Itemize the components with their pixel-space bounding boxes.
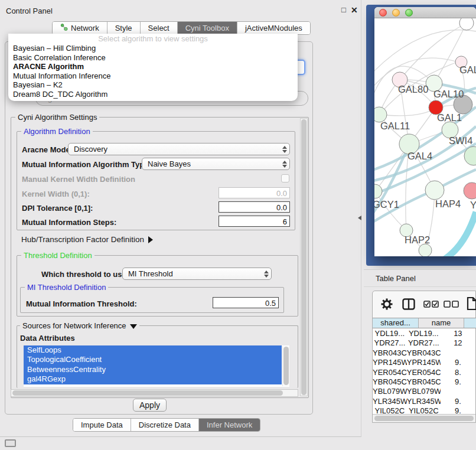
- algorithm-definition-legend: Algorithm Definition: [21, 127, 93, 136]
- unchecked-pair-icon[interactable]: [444, 301, 459, 308]
- table-row[interactable]: YBR043CYBR043C: [373, 348, 475, 358]
- attribute-item-betweennesscentrality[interactable]: BetweennessCentrality: [24, 365, 282, 374]
- network-view-window[interactable]: GALGAL80GAL10GAL1GAL11SWI4GAL4GCY1HAP4YH…: [374, 7, 476, 256]
- scrollbar-thumb[interactable]: [283, 347, 289, 385]
- table-cell: 12: [441, 338, 475, 348]
- table-row[interactable]: YPR145WYPR145W9.: [373, 358, 475, 367]
- kernel-width-field[interactable]: 0.0: [219, 187, 290, 198]
- scrollbar-thumb[interactable]: [374, 416, 474, 421]
- dropdown-item-mutual-information-inference[interactable]: Mutual Information Inference: [8, 71, 298, 81]
- sources-legend-label: Sources for Network Inference: [22, 321, 126, 330]
- checked-pair-icon[interactable]: [423, 301, 439, 308]
- data-attributes-list[interactable]: SelfLoopsTopologicalCoefficientBetweenne…: [24, 345, 289, 387]
- table-cell: [441, 387, 475, 396]
- attributes-scrollbar[interactable]: [282, 346, 289, 386]
- table-cell: YBR045C: [373, 377, 407, 387]
- aracne-mode-value: Discovery: [69, 145, 280, 154]
- which-threshold-combo[interactable]: MI Threshold: [122, 268, 272, 280]
- table-row[interactable]: YIL052CYIL052C9.: [373, 406, 475, 414]
- minimize-traffic-light-icon[interactable]: [392, 9, 400, 17]
- table-cell: 9.: [441, 377, 475, 387]
- dropdown-item-bayesian-k2[interactable]: Bayesian – K2: [8, 80, 298, 90]
- table-row[interactable]: YLR345WYLR345W9.: [373, 397, 475, 406]
- network-node[interactable]: [419, 244, 432, 256]
- network-desktop: GALGAL80GAL10GAL1GAL11SWI4GAL4GCY1HAP4YH…: [366, 5, 476, 266]
- aracne-mode-combo[interactable]: Discovery: [68, 143, 290, 155]
- column-header-a[interactable]: A: [464, 318, 476, 328]
- mi-steps-label: Mutual Information Steps:: [22, 218, 116, 227]
- node-label: GCY1: [374, 199, 399, 210]
- column-icon[interactable]: [402, 298, 415, 310]
- tab-infer-network[interactable]: Infer Network: [198, 419, 260, 431]
- dropdown-item-dream8-dc-tdc-algorithm[interactable]: Dream8 DC_TDC Algorithm: [8, 90, 298, 99]
- manual-kernel-checkbox[interactable]: [281, 174, 289, 182]
- dropdown-item-aracne-algorithm[interactable]: ARACNE Algorithm: [8, 62, 298, 71]
- column-header-name[interactable]: name: [419, 318, 464, 328]
- network-node-y[interactable]: [464, 182, 476, 199]
- network-window-titlebar[interactable]: [374, 7, 476, 18]
- attribute-item-gal4rgexp[interactable]: gal4RGexp: [24, 374, 282, 384]
- dropdown-item-basic-correlation-inference[interactable]: Basic Correlation Inference: [8, 53, 298, 63]
- dropdown-item-bayesian-hill-climbing[interactable]: Bayesian – Hill Climbing: [8, 44, 298, 53]
- table-cell: YBL079W: [407, 387, 441, 396]
- attribute-item-selfloops[interactable]: SelfLoops: [24, 345, 282, 355]
- collapse-down-icon: [130, 324, 137, 329]
- network-node-hap4[interactable]: [425, 181, 444, 200]
- tab-select[interactable]: Select: [140, 22, 177, 34]
- table-horizontal-scrollbar[interactable]: [373, 414, 475, 422]
- scrollbar-thumb[interactable]: [12, 390, 283, 396]
- settings-vertical-scrollbar[interactable]: [300, 118, 308, 396]
- close-traffic-light-icon[interactable]: [379, 9, 387, 17]
- mi-type-combo[interactable]: Naive Bayes: [142, 158, 290, 170]
- tab-cyni-toolbox[interactable]: Cyni Toolbox: [177, 22, 237, 34]
- scrollbar-thumb[interactable]: [301, 119, 307, 395]
- which-threshold-label: Which threshold to use:: [41, 270, 129, 279]
- tab-style[interactable]: Style: [107, 22, 140, 34]
- document-icon[interactable]: [467, 296, 476, 311]
- sources-legend[interactable]: Sources for Network Inference: [20, 321, 139, 330]
- zoom-traffic-light-icon[interactable]: [405, 9, 413, 17]
- node-label: GAL10: [433, 89, 464, 99]
- threshold-definition-legend: Threshold Definition: [21, 251, 94, 260]
- table-row[interactable]: YER054CYER054C8.: [373, 368, 475, 377]
- mi-type-label: Mutual Information Algorithm Type:: [22, 160, 151, 169]
- minimized-panel-icon[interactable]: [5, 439, 16, 447]
- network-canvas[interactable]: GALGAL80GAL10GAL1GAL11SWI4GAL4GCY1HAP4YH…: [374, 18, 476, 256]
- table-cell: 13: [441, 329, 475, 338]
- close-icon[interactable]: ✕: [351, 5, 358, 15]
- panel-collapse-arrow-icon[interactable]: [358, 216, 361, 220]
- mi-threshold-field[interactable]: 0.5: [213, 297, 279, 308]
- combo-arrows-icon: [280, 146, 289, 153]
- table-row[interactable]: YBR045CYBR045C9.: [373, 377, 475, 387]
- float-window-icon[interactable]: □: [341, 5, 346, 14]
- apply-button[interactable]: Apply: [133, 399, 167, 412]
- attribute-item-topologicalcoefficient[interactable]: TopologicalCoefficient: [24, 355, 282, 364]
- table-cell: YLR345W: [407, 397, 441, 406]
- network-node[interactable]: [459, 18, 474, 30]
- mi-steps-field[interactable]: 6: [219, 216, 290, 227]
- gear-icon[interactable]: [380, 298, 393, 311]
- dpi-tolerance-field[interactable]: 0.0: [219, 201, 290, 213]
- tab-label: Select: [148, 24, 169, 32]
- expand-right-icon: [148, 236, 153, 243]
- network-node-gcy1[interactable]: [374, 184, 382, 198]
- network-icon: [60, 24, 68, 32]
- network-edge: [400, 23, 467, 80]
- settings-horizontal-scrollbar[interactable]: [11, 389, 298, 397]
- tab-jactivemnodules[interactable]: jActiveMNodules: [237, 22, 310, 34]
- table-row[interactable]: YBL079WYBL079W: [373, 387, 475, 396]
- node-label: GAL: [459, 64, 476, 75]
- table-cell: YER054C: [373, 368, 407, 377]
- tab-network[interactable]: Network: [53, 22, 107, 34]
- table-panel: shared...nameA YDL19...YDL19...13YDR27..…: [372, 291, 476, 423]
- node-label: HAP4: [435, 198, 461, 209]
- tab-impute-data[interactable]: Impute Data: [73, 419, 131, 431]
- hub-definition-toggle[interactable]: Hub/Transcription Factor Definition: [21, 235, 153, 244]
- tab-discretize-data[interactable]: Discretize Data: [131, 419, 198, 431]
- table-row[interactable]: YDL19...YDL19...13: [373, 329, 475, 338]
- column-header-shared[interactable]: shared...: [373, 318, 419, 328]
- network-edge: [379, 107, 436, 116]
- dropdown-hint: Select algorithm to view settings: [8, 34, 298, 44]
- table-row[interactable]: YDR27...YDR27...12: [373, 338, 475, 348]
- table-cell: 8.: [441, 368, 475, 377]
